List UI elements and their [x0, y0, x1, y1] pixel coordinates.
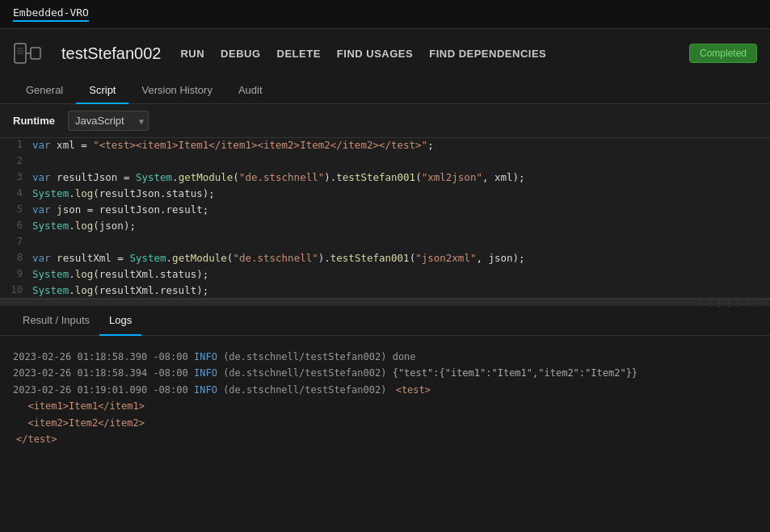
- tab-logs[interactable]: Logs: [99, 306, 141, 336]
- log-line: <item2>Item2</item2>: [13, 415, 757, 431]
- line-code: var resultXml = System.getModule("de.sts…: [32, 252, 770, 264]
- logs-section: Result / Inputs Logs 2023-02-26 01:18:58…: [0, 306, 770, 460]
- code-line: 1var xml = "<test><item1>Item1</item1><i…: [0, 138, 770, 154]
- line-number: 3: [0, 171, 32, 182]
- line-code: System.log(resultJson.status);: [32, 187, 770, 199]
- log-line: 2023-02-26 01:19:01.090 -08:00 INFO (de.…: [13, 382, 757, 398]
- completed-badge: Completed: [689, 44, 757, 63]
- line-number: 6: [0, 220, 32, 231]
- runtime-label: Runtime: [13, 115, 55, 127]
- logs-tabs: Result / Inputs Logs: [0, 306, 770, 336]
- runtime-select-wrapper[interactable]: JavaScript PowerShell ▼: [68, 111, 149, 131]
- line-code: var json = resultJson.result;: [32, 203, 770, 216]
- line-code: var xml = "<test><item1>Item1</item1><it…: [32, 139, 770, 151]
- line-number: 2: [0, 155, 32, 166]
- line-number: 4: [0, 187, 32, 199]
- tabs: General Script Version History Audit: [13, 77, 757, 103]
- delete-button[interactable]: DELETE: [277, 46, 321, 61]
- header-top: testStefan002 RUN DEBUG DELETE FIND USAG…: [13, 39, 757, 68]
- line-code: var resultJson = System.getModule("de.st…: [32, 171, 770, 183]
- title-bar: Embedded-VRO: [0, 0, 770, 29]
- log-line: 2023-02-26 01:18:58.394 -08:00 INFO (de.…: [13, 365, 757, 381]
- code-line: 9System.log(resultXml.status);: [0, 267, 770, 283]
- code-line: 7: [0, 235, 770, 251]
- code-line: 3var resultJson = System.getModule("de.s…: [0, 170, 770, 186]
- line-number: 1: [0, 139, 32, 150]
- find-dependencies-button[interactable]: FIND DEPENDENCIES: [429, 46, 546, 61]
- line-code: System.log(json);: [32, 220, 770, 232]
- header: testStefan002 RUN DEBUG DELETE FIND USAG…: [0, 29, 770, 104]
- code-line: 2: [0, 154, 770, 170]
- line-code: System.log(resultXml.status);: [32, 268, 770, 280]
- svg-rect-2: [31, 48, 40, 59]
- code-line: 6System.log(json);: [0, 219, 770, 235]
- runtime-select[interactable]: JavaScript PowerShell: [68, 111, 149, 131]
- line-number: 9: [0, 268, 32, 279]
- code-line: 5var json = resultJson.result;: [0, 203, 770, 219]
- line-number: 8: [0, 252, 32, 263]
- line-number: 5: [0, 203, 32, 215]
- workflow-icon: [13, 39, 42, 68]
- run-button[interactable]: RUN: [180, 46, 204, 61]
- log-line: <item1>Item1</item1>: [13, 398, 757, 414]
- find-usages-button[interactable]: FIND USAGES: [337, 46, 413, 61]
- code-line: 10System.log(resultXml.result);: [0, 283, 770, 300]
- code-line: 8var resultXml = System.getModule("de.st…: [0, 251, 770, 267]
- log-line: </test>: [13, 431, 757, 447]
- tab-general[interactable]: General: [13, 77, 76, 104]
- tab-result-inputs[interactable]: Result / Inputs: [13, 306, 99, 336]
- code-line: 4System.log(resultJson.status);: [0, 186, 770, 203]
- log-line: 2023-02-26 01:18:58.390 -08:00 INFO (de.…: [13, 349, 757, 365]
- debug-button[interactable]: DEBUG: [221, 46, 260, 61]
- tab-script[interactable]: Script: [76, 77, 128, 104]
- line-number: 7: [0, 236, 32, 247]
- line-number: 10: [0, 284, 32, 295]
- code-editor[interactable]: 1var xml = "<test><item1>Item1</item1><i…: [0, 138, 770, 300]
- tab-audit[interactable]: Audit: [225, 77, 276, 104]
- runtime-section: Runtime JavaScript PowerShell ▼: [0, 104, 770, 138]
- app-title: Embedded-VRO: [13, 6, 89, 22]
- header-actions: RUN DEBUG DELETE FIND USAGES FIND DEPEND…: [180, 44, 757, 63]
- line-code: System.log(resultXml.result);: [32, 284, 770, 296]
- logs-content: 2023-02-26 01:18:58.390 -08:00 INFO (de.…: [0, 336, 770, 460]
- workflow-title: testStefan002: [61, 44, 161, 63]
- resize-handle[interactable]: ⋮⋮⋮⋮⋮⋮⋮: [0, 300, 770, 306]
- tab-version-history[interactable]: Version History: [128, 77, 225, 104]
